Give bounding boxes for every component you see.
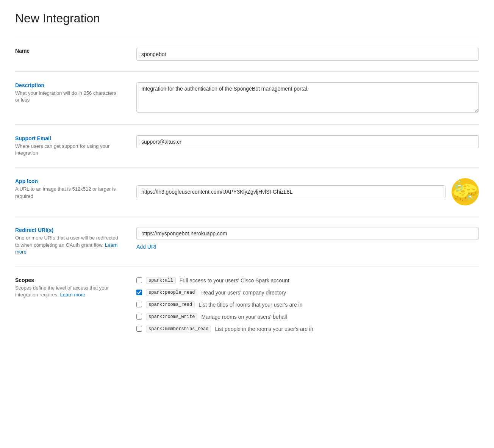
scope-item: spark:allFull access to your users' Cisc… bbox=[136, 277, 479, 284]
name-input[interactable] bbox=[136, 48, 479, 61]
app-icon-label-col: App Icon A URL to an image that is 512x5… bbox=[15, 178, 121, 199]
name-label-col: Name bbox=[15, 48, 121, 55]
redirect-uri-input[interactable] bbox=[136, 227, 479, 240]
description-input[interactable]: Integration for the authentication of th… bbox=[136, 82, 479, 113]
spongebob-icon: 🧽 bbox=[452, 181, 478, 202]
scopes-label: Scopes bbox=[15, 277, 121, 283]
support-email-hint: Where users can get support for using yo… bbox=[15, 143, 121, 157]
scope-item: spark:rooms_readList the titles of rooms… bbox=[136, 301, 479, 308]
description-label-col: Description What your integration will d… bbox=[15, 82, 121, 103]
scope-checkbox-spark_memberships_read[interactable] bbox=[136, 326, 142, 332]
scope-description: List the titles of rooms that your user'… bbox=[199, 302, 302, 308]
app-icon-section: App Icon A URL to an image that is 512x5… bbox=[15, 167, 479, 216]
scope-item: spark:people_readRead your users' compan… bbox=[136, 289, 479, 296]
support-email-input[interactable] bbox=[136, 135, 479, 148]
scopes-label-col: Scopes Scopes define the level of access… bbox=[15, 277, 121, 298]
scopes-section: Scopes Scopes define the level of access… bbox=[15, 266, 479, 348]
name-section: Name bbox=[15, 37, 479, 71]
support-email-label-col: Support Email Where users can get suppor… bbox=[15, 135, 121, 157]
app-icon-input[interactable] bbox=[136, 185, 446, 198]
name-control bbox=[136, 48, 479, 61]
scope-badge: spark:people_read bbox=[146, 289, 197, 296]
support-email-section: Support Email Where users can get suppor… bbox=[15, 124, 479, 167]
scope-badge: spark:rooms_read bbox=[146, 301, 195, 308]
scope-item: spark:rooms_writeManage rooms on your us… bbox=[136, 313, 479, 320]
scope-description: Full access to your users' Cisco Spark a… bbox=[180, 277, 289, 284]
scope-description: Read your users' company directory bbox=[201, 290, 286, 296]
scope-badge: spark:all bbox=[146, 277, 176, 284]
app-icon-label: App Icon bbox=[15, 178, 121, 184]
scope-checkbox-spark_people_read[interactable] bbox=[136, 290, 142, 295]
redirect-uris-hint-text: One or more URIs that a user will be red… bbox=[15, 235, 118, 247]
scope-badge: spark:rooms_write bbox=[146, 313, 197, 320]
scope-description: List people in the rooms your user's are… bbox=[215, 326, 313, 332]
scope-item: spark:memberships_readList people in the… bbox=[136, 326, 479, 332]
description-control: Integration for the authentication of th… bbox=[136, 82, 479, 114]
scope-checkbox-spark_all[interactable] bbox=[136, 277, 142, 283]
app-icon-control: 🧽 bbox=[136, 178, 479, 205]
description-label: Description bbox=[15, 82, 121, 88]
redirect-uris-hint: One or more URIs that a user will be red… bbox=[15, 235, 121, 255]
description-hint: What your integration will do in 256 cha… bbox=[15, 90, 121, 103]
redirect-uris-label: Redirect URI(s) bbox=[15, 227, 121, 233]
scope-description: Manage rooms on your users' behalf bbox=[201, 314, 287, 320]
description-section: Description What your integration will d… bbox=[15, 71, 479, 124]
scopes-learn-more[interactable]: Learn more bbox=[60, 292, 85, 298]
scope-checkbox-spark_rooms_read[interactable] bbox=[136, 302, 142, 307]
app-icon-row: 🧽 bbox=[136, 178, 479, 205]
page-title: New Integration bbox=[15, 11, 479, 25]
support-email-label: Support Email bbox=[15, 135, 121, 141]
redirect-uris-section: Redirect URI(s) One or more URIs that a … bbox=[15, 216, 479, 266]
add-uri-button[interactable]: Add URI bbox=[136, 244, 156, 250]
scope-badge: spark:memberships_read bbox=[146, 326, 211, 332]
redirect-uris-control: Add URI bbox=[136, 227, 479, 250]
name-label: Name bbox=[15, 48, 121, 54]
scopes-list: spark:allFull access to your users' Cisc… bbox=[136, 277, 479, 332]
support-email-control bbox=[136, 135, 479, 148]
redirect-uris-label-col: Redirect URI(s) One or more URIs that a … bbox=[15, 227, 121, 255]
app-icon-hint: A URL to an image that is 512x512 or lar… bbox=[15, 186, 121, 199]
scopes-hint: Scopes define the level of access that y… bbox=[15, 285, 121, 298]
scopes-control: spark:allFull access to your users' Cisc… bbox=[136, 277, 479, 338]
scope-checkbox-spark_rooms_write[interactable] bbox=[136, 314, 142, 320]
app-icon-preview: 🧽 bbox=[452, 178, 479, 205]
